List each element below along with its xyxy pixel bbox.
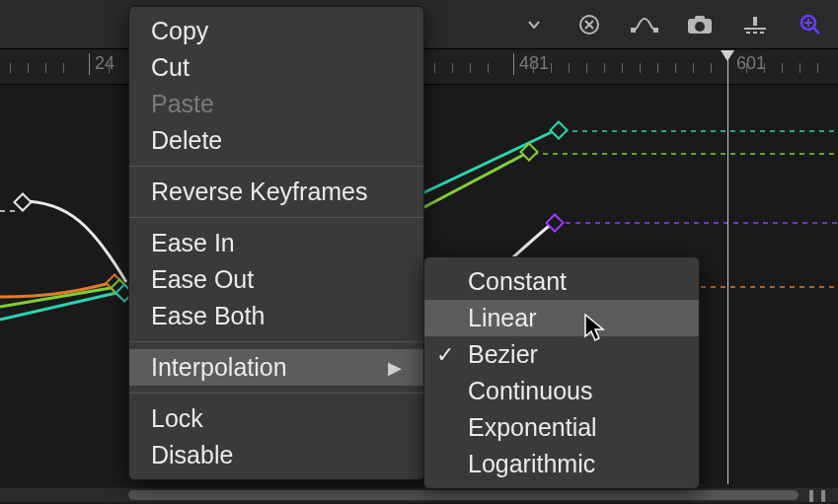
context-menu: Copy Cut Paste Delete Reverse Keyframes … [128,6,424,480]
submenu-item-constant[interactable]: Constant [424,263,699,300]
menu-label: Interpolation [151,353,287,382]
menu-label: Delete [151,126,222,155]
menu-item-reverse-keyframes[interactable]: Reverse Keyframes [129,174,423,210]
zoom-icon[interactable] [797,11,824,38]
pause-icon: ❚❚ [806,488,830,502]
svg-rect-6 [753,17,757,26]
menu-label: Logarithmic [468,450,595,478]
menu-separator [129,341,423,342]
scrollbar-thumb[interactable] [128,490,799,500]
menu-separator [129,217,423,218]
playhead[interactable] [727,51,728,484]
menu-item-interpolation[interactable]: Interpolation ▶ [129,349,423,386]
menu-label: Linear [468,304,537,332]
menu-label: Disable [151,441,233,469]
close-circle-icon[interactable] [575,11,603,38]
submenu-item-exponential[interactable]: Exponential [424,409,699,446]
svg-rect-8 [15,194,32,211]
menu-label: Exponential [468,413,597,442]
svg-rect-1 [631,28,636,33]
menu-label: Reverse Keyframes [151,178,368,206]
curve-edit-icon[interactable] [631,11,658,38]
menu-label: Continuous [468,377,592,405]
ruler-label: 24 [95,53,114,74]
menu-label: Cut [151,53,190,82]
interpolation-submenu: Constant Linear ✓Bezier Continuous Expon… [423,256,700,489]
svg-point-5 [695,22,705,32]
menu-label: Copy [151,17,208,45]
svg-rect-14 [547,215,564,232]
horizontal-scrollbar[interactable]: ❚❚ [0,488,838,502]
menu-item-ease-out[interactable]: Ease Out [129,261,423,298]
menu-item-lock[interactable]: Lock [129,400,423,437]
menu-label: Bezier [468,340,538,369]
menu-item-disable[interactable]: Disable [129,437,423,473]
menu-item-paste: Paste [129,86,423,122]
menu-label: Ease Both [151,302,265,330]
ruler-label: 601 [736,53,766,74]
svg-rect-12 [551,122,568,139]
svg-rect-2 [653,28,658,33]
svg-rect-4 [695,16,705,21]
submenu-item-linear[interactable]: Linear [424,300,699,336]
menu-label: Lock [151,404,203,433]
ruler-label: 481 [519,53,549,74]
submenu-item-bezier[interactable]: ✓Bezier [424,336,699,373]
submenu-item-continuous[interactable]: Continuous [424,373,699,409]
menu-item-cut[interactable]: Cut [129,49,423,86]
checkmark-icon: ✓ [436,342,454,368]
menu-item-ease-both[interactable]: Ease Both [129,298,423,334]
camera-icon[interactable] [686,11,714,38]
menu-label: Ease In [151,229,235,257]
submenu-item-logarithmic[interactable]: Logarithmic [424,446,699,482]
menu-label: Constant [468,267,567,296]
menu-separator [129,166,423,167]
submenu-arrow-icon: ▶ [388,357,402,379]
menu-item-ease-in[interactable]: Ease In [129,225,423,261]
menu-label: Paste [151,90,214,118]
splitter-icon[interactable] [741,11,769,38]
menu-separator [129,393,423,394]
menu-label: Ease Out [151,265,254,294]
menu-item-copy[interactable]: Copy [129,13,423,49]
menu-item-delete[interactable]: Delete [129,122,423,159]
dropdown-chevron-icon[interactable] [520,11,548,38]
